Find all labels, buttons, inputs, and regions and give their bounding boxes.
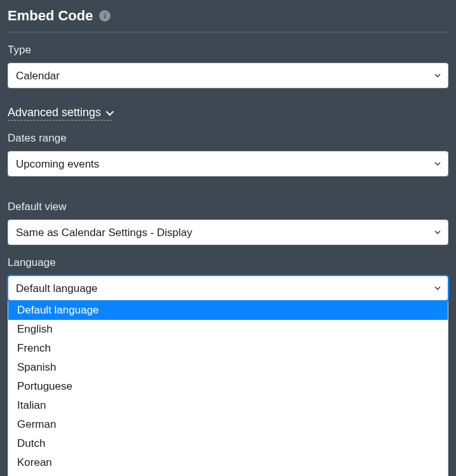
language-option[interactable]: Default language xyxy=(8,301,448,320)
language-label: Language xyxy=(8,256,448,269)
default-view-field-group: Default view Same as Calendar Settings -… xyxy=(8,201,448,245)
language-option[interactable]: Italian xyxy=(8,396,448,415)
dates-range-field-group: Dates range Upcoming events xyxy=(8,132,448,176)
language-dropdown-list[interactable]: Default languageEnglishFrenchSpanishPort… xyxy=(8,301,448,476)
type-label: Type xyxy=(8,44,448,56)
dates-range-label: Dates range xyxy=(8,132,448,145)
advanced-settings-label: Advanced settings xyxy=(8,106,101,119)
language-select[interactable]: Default language xyxy=(8,275,448,301)
chevron-down-icon xyxy=(106,108,114,116)
language-option[interactable]: Japanese xyxy=(8,472,448,476)
language-option[interactable]: English xyxy=(8,320,448,339)
language-option[interactable]: French xyxy=(8,339,448,358)
panel-header: Embed Code i xyxy=(8,8,448,32)
advanced-settings-toggle[interactable]: Advanced settings xyxy=(8,106,112,121)
language-option[interactable]: Spanish xyxy=(8,358,448,377)
language-option[interactable]: German xyxy=(8,415,448,434)
dates-range-select[interactable]: Upcoming events xyxy=(8,151,448,176)
type-select[interactable]: Calendar xyxy=(8,63,448,88)
language-option[interactable]: Dutch xyxy=(8,434,448,453)
info-icon[interactable]: i xyxy=(99,10,111,22)
language-option[interactable]: Portuguese xyxy=(8,377,448,396)
language-field-group: Language Default language Default langua… xyxy=(8,256,448,476)
default-view-select[interactable]: Same as Calendar Settings - Display xyxy=(8,220,448,245)
page-title: Embed Code xyxy=(8,8,93,24)
default-view-label: Default view xyxy=(8,201,448,213)
type-field-group: Type Calendar xyxy=(8,44,448,88)
language-option[interactable]: Korean xyxy=(8,453,448,472)
